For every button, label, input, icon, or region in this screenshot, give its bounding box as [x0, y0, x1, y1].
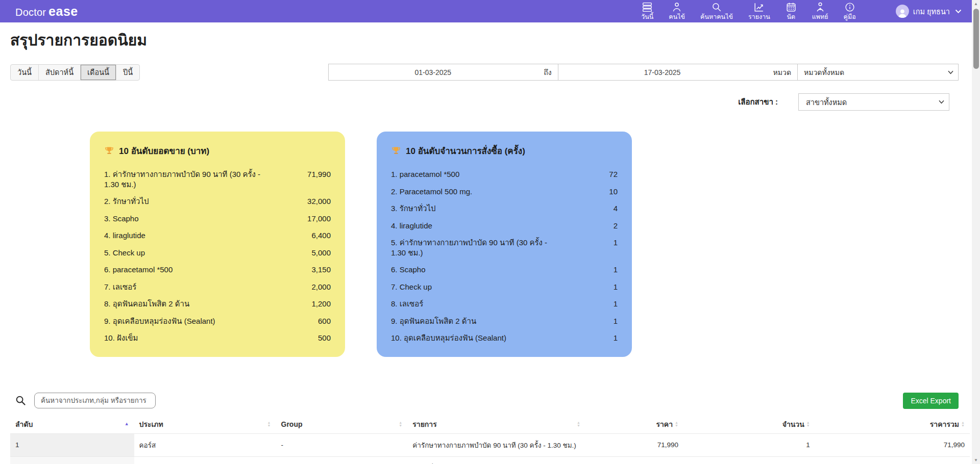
- column-header-rank[interactable]: ลำดับ▲: [10, 415, 134, 434]
- item-name: 10. ฝังเข็ม: [104, 333, 138, 343]
- column-header-item[interactable]: รายการ▲▼: [407, 415, 585, 434]
- nav-item-reports[interactable]: รายงาน: [748, 2, 770, 21]
- chevron-down-icon: [955, 9, 962, 14]
- item-value: 71,990: [307, 169, 331, 179]
- date-from-input[interactable]: [328, 64, 537, 81]
- period-button-week[interactable]: สัปดาห์นี้: [39, 65, 81, 80]
- logo-text-doctor: Doctor: [15, 7, 46, 18]
- top-sales-card: 10 อันดับยอดขาย (บาท) 1. ค่ารักษาทางกายภ…: [90, 132, 345, 357]
- cell-rank: 1: [10, 433, 134, 456]
- item-value: 1: [614, 282, 618, 292]
- item-value: 600: [318, 316, 331, 326]
- sort-icon: ▲▼: [267, 421, 271, 427]
- nav-item-today[interactable]: วันนี้: [641, 2, 653, 21]
- main-nav: วันนี้ คนไข้ ค้นหาคนไข้: [641, 2, 855, 21]
- cell-item: ค่ารักษาทางกายภาพบำบัด 90 นาที (30 ครั้ง…: [407, 433, 585, 456]
- item-value: 32,000: [307, 196, 331, 207]
- scrollbar-thumb[interactable]: [973, 9, 979, 69]
- list-item: 3. รักษาทั่วไป4: [391, 200, 618, 217]
- info-icon: [844, 2, 855, 13]
- item-value: 1,200: [311, 299, 331, 309]
- date-range-group: ถึง หมวด หมวดทั้งหมด: [328, 64, 959, 81]
- item-name: 10. อุดเคลือบหลุมร่องฟัน (Sealant): [391, 333, 506, 343]
- column-label: ราคา: [656, 419, 673, 430]
- scroll-down-arrow[interactable]: ▼: [972, 456, 980, 464]
- list-item: 6. Scapho1: [391, 261, 618, 278]
- period-button-today[interactable]: วันนี้: [11, 65, 39, 80]
- nav-item-manual[interactable]: คู่มือ: [844, 2, 856, 21]
- column-header-group[interactable]: Group▲▼: [276, 415, 408, 434]
- date-to-input[interactable]: [558, 64, 767, 81]
- item-name: 1. paracetamol *500: [391, 169, 459, 179]
- nav-label: คู่มือ: [844, 13, 856, 21]
- period-filter-group: วันนี้ สัปดาห์นี้ เดือนนี้ ปีนี้: [10, 64, 140, 81]
- cell-group: -: [276, 433, 408, 456]
- search-icon: [711, 2, 722, 13]
- item-name: 5. ค่ารักษาทางกายภาพบำบัด 90 นาที (30 คร…: [391, 238, 554, 257]
- list-item: 1. ค่ารักษาทางกายภาพบำบัด 90 นาที (30 คร…: [104, 166, 331, 193]
- brand-logo[interactable]: Doctor ease: [15, 4, 78, 19]
- column-header-total[interactable]: ราคารวม▲▼: [815, 415, 970, 434]
- item-name: 7. Check up: [391, 282, 432, 292]
- cell-type: หัตถการ: [134, 456, 276, 464]
- branch-select-value: สาขาทั้งหมด: [806, 96, 847, 108]
- scroll-up-arrow[interactable]: ▲: [972, 0, 980, 8]
- period-button-month[interactable]: เดือนนี้: [81, 65, 116, 80]
- nav-item-search-patient[interactable]: ค้นหาคนไข้: [700, 2, 733, 21]
- nav-item-appointments[interactable]: นัด: [786, 2, 797, 21]
- list-item: 4. liraglutide2: [391, 217, 618, 235]
- person-icon: [671, 2, 682, 13]
- item-name: 8. เลเซอร์: [391, 299, 423, 309]
- nav-label: รายงาน: [748, 13, 770, 21]
- user-menu[interactable]: เกม ยุทธนา: [896, 5, 962, 18]
- column-header-quantity[interactable]: จำนวน▲▼: [683, 415, 815, 434]
- column-header-price[interactable]: ราคา▲▼: [585, 415, 683, 434]
- list-item: 8. อุดฟันคอมโพสิต 2 ด้าน1,200: [104, 295, 331, 313]
- item-name: 2. รักษาทั่วไป: [104, 196, 149, 207]
- trophy-icon: [104, 146, 114, 156]
- sort-icon: ▲▼: [399, 421, 402, 427]
- chevron-down-icon: [948, 70, 953, 74]
- cell-rank: 2: [10, 456, 134, 464]
- period-button-year[interactable]: ปีนี้: [116, 65, 139, 80]
- sort-icon: ▲▼: [806, 421, 810, 427]
- top-cards: 10 อันดับยอดขาย (บาท) 1. ค่ารักษาทางกายภ…: [90, 132, 970, 357]
- column-header-type[interactable]: ประเภท▲▼: [134, 415, 276, 434]
- branch-select[interactable]: สาขาทั้งหมด: [798, 93, 949, 111]
- column-label: ราคารวม: [930, 419, 959, 430]
- table-search-input[interactable]: [34, 393, 156, 408]
- column-label: ลำดับ: [15, 419, 33, 430]
- list-item: 4. liraglutide6,400: [104, 227, 331, 244]
- table-row[interactable]: 1 คอร์ส - ค่ารักษาทางกายภาพบำบัด 90 นาที…: [10, 433, 970, 456]
- category-select[interactable]: หมวดทั้งหมด: [797, 64, 959, 81]
- item-value: 1: [614, 333, 618, 343]
- top-orders-card: 10 อันดับจำนวนการสั่งซื้อ (ครั้ง) 1. par…: [377, 132, 632, 357]
- table-toolbar: Excel Export: [10, 393, 970, 409]
- list-item: 5. Check up5,000: [104, 244, 331, 262]
- table-row[interactable]: 2 หัตถการ LAB (สำหรับคิดเงินคนไข้) รักษา…: [10, 456, 970, 464]
- item-value: 1: [614, 316, 618, 326]
- trophy-icon: [391, 146, 401, 156]
- list-item: 2. Paracetamol 500 mg.10: [391, 183, 618, 200]
- category-label: หมวด: [767, 64, 798, 81]
- nav-item-patients[interactable]: คนไข้: [669, 2, 685, 21]
- excel-export-button[interactable]: Excel Export: [903, 393, 959, 409]
- cell-total: 71,990: [815, 433, 970, 456]
- page-scrollbar[interactable]: ▲ ▼: [972, 0, 980, 464]
- search-icon: [15, 395, 26, 406]
- item-name: 3. Scapho: [104, 214, 139, 224]
- column-label: Group: [281, 420, 303, 428]
- card-title-text: 10 อันดับยอดขาย (บาท): [119, 144, 209, 158]
- nav-item-doctors[interactable]: แพทย์: [812, 2, 828, 21]
- item-name: 9. อุดเคลือบหลุมร่องฟัน (Sealant): [104, 316, 215, 326]
- list-item: 7. เลเซอร์2,000: [104, 278, 331, 296]
- item-name: 4. liraglutide: [104, 230, 145, 241]
- item-name: 9. อุดฟันคอมโพสิต 2 ด้าน: [391, 316, 476, 326]
- date-to-label: ถึง: [537, 64, 558, 81]
- item-name: 3. รักษาทั่วไป: [391, 203, 436, 214]
- cell-group: LAB (สำหรับคิดเงินคนไข้): [276, 456, 408, 464]
- item-name: 7. เลเซอร์: [104, 282, 136, 292]
- card-title: 10 อันดับยอดขาย (บาท): [104, 144, 331, 158]
- nav-label: คนไข้: [669, 13, 685, 21]
- list-item: 9. อุดเคลือบหลุมร่องฟัน (Sealant)600: [104, 313, 331, 330]
